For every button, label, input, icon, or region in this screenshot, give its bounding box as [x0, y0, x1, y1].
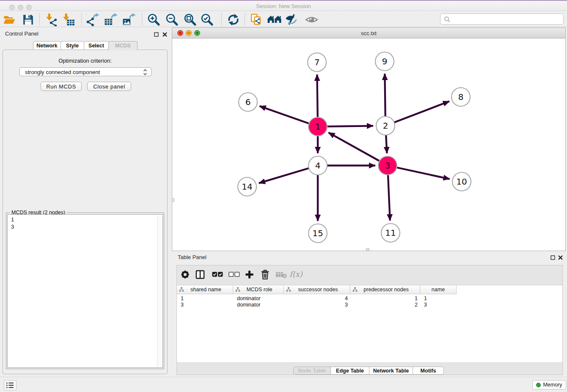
memory-status-dot — [536, 383, 541, 387]
svg-text:6: 6 — [245, 97, 251, 107]
table-cell: 1 — [420, 295, 457, 302]
svg-text:7: 7 — [314, 57, 320, 67]
tab-node-table[interactable]: Node Table — [293, 367, 331, 375]
tab-network[interactable]: Network — [33, 41, 61, 50]
table-panel-float-icon[interactable] — [550, 254, 556, 260]
network-splitter-handle[interactable] — [366, 248, 369, 251]
export-table-icon[interactable] — [103, 12, 118, 27]
search-input[interactable] — [452, 14, 558, 24]
trash-icon[interactable] — [258, 267, 272, 282]
zoom-out-icon[interactable] — [164, 12, 179, 27]
clone-network-icon[interactable] — [249, 12, 264, 27]
gear-icon[interactable] — [178, 267, 192, 282]
home-icon[interactable] — [267, 12, 282, 27]
memory-button-label: Memory — [543, 382, 562, 388]
task-history-button[interactable] — [4, 380, 17, 390]
close-panel-button[interactable]: Close panel — [87, 82, 131, 91]
svg-text:14: 14 — [242, 182, 252, 192]
graph-node-3[interactable]: 3 — [378, 156, 397, 175]
node-table[interactable]: shared nameMCDS rolesuccessor nodesprede… — [177, 285, 562, 363]
table-panel-close-icon[interactable] — [557, 254, 563, 260]
tab-style[interactable]: Style — [61, 41, 84, 50]
graph-node-15[interactable]: 15 — [308, 224, 327, 243]
select-all-icon[interactable] — [210, 267, 225, 282]
graph-node-8[interactable]: 8 — [451, 88, 470, 106]
toolbar-separator — [39, 13, 40, 25]
tab-mcds[interactable]: MCDS — [108, 41, 138, 50]
svg-text:2: 2 — [383, 121, 388, 131]
svg-text:f(x): f(x) — [289, 270, 303, 279]
svg-text:10: 10 — [456, 177, 467, 187]
control-panel-close-icon[interactable] — [162, 31, 168, 37]
table-row[interactable]: 3dominator323 — [177, 302, 465, 308]
graph-node-7[interactable]: 7 — [308, 53, 326, 72]
import-table-icon[interactable] — [61, 12, 76, 27]
search-box[interactable] — [440, 14, 564, 25]
table-panel-body: f(x) shared nameMCDS rolesuccessor nodes… — [176, 265, 563, 375]
graph-node-9[interactable]: 9 — [375, 52, 394, 71]
mcds-result-textarea[interactable]: 1 3 — [7, 214, 163, 368]
network-left-splitter-handle[interactable] — [172, 198, 174, 202]
export-network-icon[interactable] — [85, 12, 100, 27]
graph-node-11[interactable]: 11 — [381, 224, 400, 242]
zoom-in-icon[interactable] — [146, 12, 161, 27]
zoom-selected-icon[interactable] — [199, 12, 215, 27]
memory-button[interactable]: Memory — [532, 380, 566, 389]
network-window-titlebar[interactable]: scc.txt — [172, 28, 565, 39]
table-cell: 3 — [420, 302, 457, 308]
toolbar-separator — [81, 13, 82, 25]
tab-edge-table[interactable]: Edge Table — [330, 367, 369, 375]
column-header-shared-name[interactable]: shared name — [177, 285, 233, 294]
control-panel-title: Control Panel — [5, 30, 39, 37]
tab-select[interactable]: Select — [84, 41, 109, 50]
graph-node-2[interactable]: 2 — [376, 116, 395, 135]
save-session-icon[interactable] — [20, 12, 36, 27]
fx-icon: f(x) — [289, 267, 303, 282]
export-image-icon[interactable] — [121, 12, 137, 27]
search-icon — [444, 16, 451, 25]
svg-text:1: 1 — [315, 121, 321, 132]
run-mcds-button[interactable]: Run MCDS — [41, 82, 82, 91]
graph-node-6[interactable]: 6 — [239, 93, 257, 111]
open-session-icon[interactable] — [2, 12, 17, 27]
table-cell: 1 — [177, 295, 233, 302]
import-network-icon[interactable] — [44, 12, 59, 27]
table-cell: 3 — [284, 302, 350, 308]
network-window-title: scc.txt — [172, 30, 565, 36]
table-cell: 1 — [350, 295, 420, 302]
control-panel-float-icon[interactable] — [153, 31, 159, 37]
columns-icon[interactable] — [193, 267, 207, 282]
svg-text:3: 3 — [385, 160, 391, 171]
eye-icon[interactable] — [304, 12, 319, 27]
tab-network-table[interactable]: Network Table — [369, 367, 413, 375]
graph-node-4[interactable]: 4 — [308, 156, 327, 175]
delete-column-icon — [274, 267, 288, 282]
mcds-result-scrollbar[interactable] — [157, 215, 162, 367]
column-header-predecessor-nodes[interactable]: predecessor nodes — [350, 285, 420, 294]
column-header-MCDS-role[interactable]: MCDS role — [233, 285, 284, 294]
edge-3-1[interactable] — [328, 133, 388, 166]
graph-node-1[interactable]: 1 — [308, 117, 327, 136]
edge-2-8[interactable] — [385, 101, 449, 126]
tab-motifs[interactable]: Motifs — [413, 367, 444, 375]
add-icon[interactable] — [242, 267, 256, 282]
hide-graphics-icon[interactable] — [284, 12, 299, 27]
criterion-dropdown[interactable]: strongly connected component — [19, 67, 151, 76]
optimization-criterion-label: Optimization criterion: — [0, 58, 170, 64]
table-row[interactable]: 1dominator411 — [177, 295, 465, 302]
column-header-name[interactable]: name — [420, 285, 457, 294]
deselect-all-icon[interactable] — [227, 267, 241, 282]
network-canvas[interactable]: 1234678910111415 — [172, 39, 565, 251]
zoom-fit-icon[interactable] — [182, 12, 198, 27]
refresh-icon[interactable] — [226, 12, 241, 27]
window-title: Session: New Session — [0, 3, 567, 9]
graph-node-10[interactable]: 10 — [452, 172, 471, 191]
toolbar-separator — [221, 13, 222, 25]
graph-node-14[interactable]: 14 — [238, 177, 256, 196]
column-header-successor-nodes[interactable]: successor nodes — [284, 285, 350, 294]
mac-titlebar: Session: New Session — [0, 0, 567, 11]
dropdown-spinner-icon — [143, 69, 147, 77]
svg-text:15: 15 — [312, 228, 323, 238]
control-panel-tabs: NetworkStyleSelectMCDS — [33, 41, 138, 50]
svg-text:4: 4 — [315, 160, 321, 171]
